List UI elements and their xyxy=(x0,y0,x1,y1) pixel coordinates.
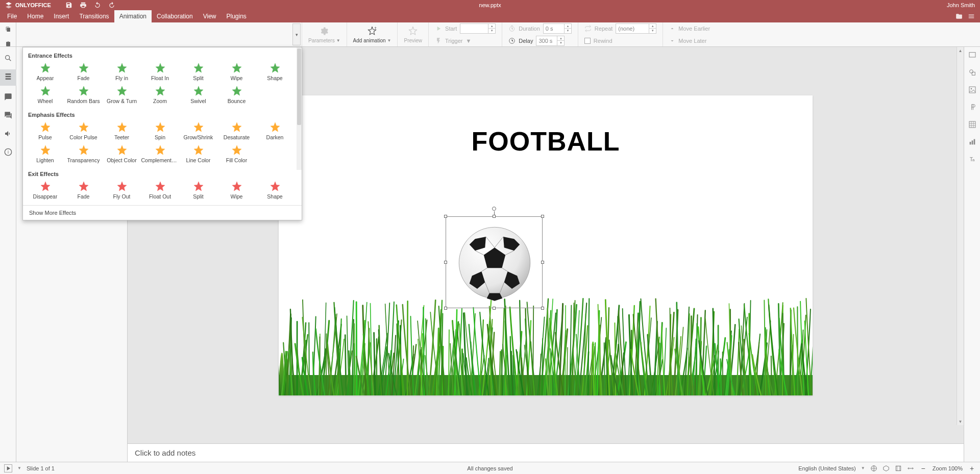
quick-access-strip xyxy=(0,22,16,46)
duration-input: 0 s▲▼ xyxy=(543,23,572,34)
repeat-input: (none)▲▼ xyxy=(616,23,656,34)
add-animation-icon: + xyxy=(367,26,377,36)
move-later-label: Move Later xyxy=(678,38,706,44)
gallery-dropdown-button[interactable]: ▾ xyxy=(292,23,301,45)
save-icon[interactable] xyxy=(65,2,72,9)
repeat-icon xyxy=(584,25,592,32)
menu-bar: FileHomeInsertTransitionsAnimationCollab… xyxy=(0,10,980,22)
app-name: ONLYOFFICE xyxy=(15,2,51,8)
trigger-icon xyxy=(435,37,442,44)
menu-icon[interactable] xyxy=(968,13,975,20)
redo-icon[interactable] xyxy=(108,2,115,9)
add-animation-button[interactable]: + Add animation▼ xyxy=(347,22,398,46)
title-bar: ONLYOFFICE new.pptx John Smith xyxy=(0,0,980,10)
rewind-label: Rewind xyxy=(594,38,612,44)
effects-gallery[interactable]: ▾ xyxy=(16,22,302,46)
tab-file[interactable]: File xyxy=(2,10,22,22)
undo-icon[interactable] xyxy=(94,2,101,9)
preview-icon xyxy=(408,26,418,36)
preview-button: Preview xyxy=(398,22,429,46)
duration-control: Duration 0 s▲▼ xyxy=(508,23,572,34)
play-icon xyxy=(435,25,442,32)
parameters-label: Parameters xyxy=(308,38,335,43)
add-animation-label: Add animation xyxy=(353,38,386,43)
rewind-checkbox xyxy=(584,38,591,44)
svg-text:+: + xyxy=(374,26,377,31)
delay-icon xyxy=(508,37,516,44)
user-name[interactable]: John Smith xyxy=(947,2,975,8)
delay-label: Delay xyxy=(519,38,533,44)
copy-icon[interactable] xyxy=(4,27,12,32)
start-control: Start ▲▼ xyxy=(435,23,496,34)
tab-animation[interactable]: Animation xyxy=(114,10,152,22)
parameters-button: Parameters▼ xyxy=(302,22,347,46)
animation-toolbar: ▾ Parameters▼ + Add animation▼ Preview S… xyxy=(0,22,980,47)
preview-label: Preview xyxy=(404,38,422,43)
app-logo: ONLYOFFICE xyxy=(5,2,51,9)
svg-marker-1 xyxy=(6,6,12,9)
paste-icon[interactable] xyxy=(4,41,12,47)
print-icon[interactable] xyxy=(80,2,87,9)
duration-icon xyxy=(508,25,516,32)
repeat-label: Repeat xyxy=(595,26,612,32)
tab-plugins[interactable]: Plugins xyxy=(222,10,252,22)
svg-marker-0 xyxy=(6,2,12,5)
start-label: Start xyxy=(445,26,457,32)
tab-transitions[interactable]: Transitions xyxy=(74,10,114,22)
delay-control[interactable]: Delay 300 s▲▼ xyxy=(508,36,572,46)
parameters-icon xyxy=(319,26,329,36)
repeat-control: Repeat (none)▲▼ xyxy=(584,23,656,34)
tab-home[interactable]: Home xyxy=(22,10,48,22)
move-later-button: Move Later xyxy=(669,36,710,46)
trigger-label: Trigger xyxy=(445,38,462,44)
tab-insert[interactable]: Insert xyxy=(48,10,74,22)
tab-view[interactable]: View xyxy=(198,10,222,22)
move-earlier-button: Move Earlier xyxy=(669,23,710,34)
chevron-up-icon xyxy=(669,26,675,32)
chevron-down-icon xyxy=(669,38,675,44)
rewind-control: Rewind xyxy=(584,36,656,46)
trigger-control: Trigger▼ xyxy=(435,36,496,46)
open-location-icon[interactable] xyxy=(955,13,963,20)
duration-label: Duration xyxy=(519,26,540,32)
delay-input[interactable]: 300 s▲▼ xyxy=(536,36,565,46)
tab-collaboration[interactable]: Collaboration xyxy=(152,10,198,22)
document-title: new.pptx xyxy=(479,2,501,8)
start-select: ▲▼ xyxy=(460,23,496,34)
logo-icon xyxy=(5,2,12,9)
move-earlier-label: Move Earlier xyxy=(678,26,710,32)
